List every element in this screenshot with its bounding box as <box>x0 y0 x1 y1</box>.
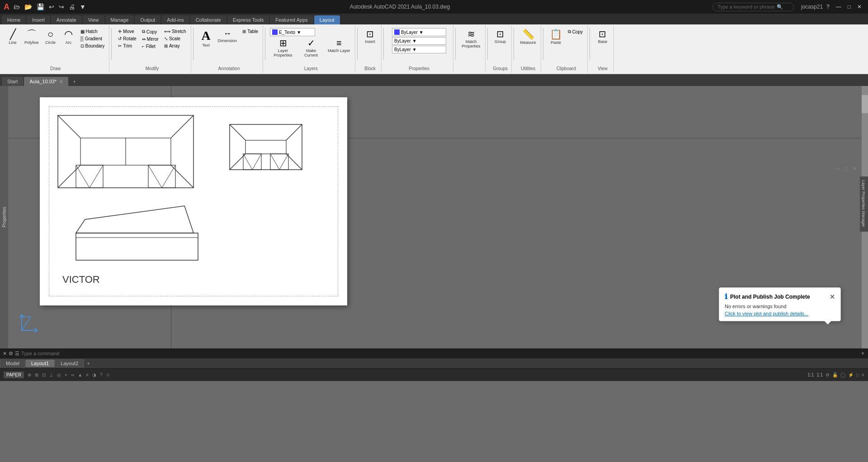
dimension-button[interactable]: ↔ Dimension <box>216 28 239 44</box>
subwin-maximize[interactable]: □ <box>843 165 850 172</box>
tab-insert[interactable]: Insert <box>27 15 50 24</box>
doc-tab-start[interactable]: Start <box>2 77 23 86</box>
subwin-minimize[interactable]: — <box>833 165 842 172</box>
array-button[interactable]: ⊞ Array <box>162 43 188 49</box>
tab-annotate[interactable]: Annotate <box>51 15 82 24</box>
group-button[interactable]: ⊡ Group <box>492 28 509 45</box>
move-button[interactable]: ✛ Move <box>116 28 138 35</box>
tab-view[interactable]: View <box>83 15 104 24</box>
gradient-button[interactable]: ▒ Gradient <box>79 35 107 42</box>
help-icon[interactable]: ? <box>826 4 830 10</box>
rotate-button[interactable]: ↺ Rotate <box>116 35 138 42</box>
qat-dropdown[interactable]: ▼ <box>78 3 87 10</box>
mirror-button[interactable]: ⇔ Mirror <box>140 36 160 43</box>
layer-properties-manager-tab[interactable]: Layer Properties Manager <box>860 176 868 232</box>
close-btn[interactable]: ✕ <box>854 3 864 11</box>
viewport-scale[interactable]: 1:1 <box>816 372 823 377</box>
text-button[interactable]: A Text <box>198 28 214 49</box>
fillet-button[interactable]: ⌐ Fillet <box>140 43 160 50</box>
base-button[interactable]: ⊡ Base <box>594 28 611 45</box>
search-bar[interactable]: Type a keyword or phrase 🔍 <box>712 3 794 11</box>
stretch-button[interactable]: ⟺ Stretch <box>162 28 188 35</box>
dynamic-toggle[interactable]: ▲ <box>78 372 82 377</box>
line-button[interactable]: ╱ Line <box>5 28 21 46</box>
minimize-btn[interactable]: — <box>833 3 844 11</box>
isolate-objects[interactable]: ◯ <box>840 372 845 377</box>
plot-btn[interactable]: 🖨 <box>67 3 76 10</box>
tab-featuredapps[interactable]: Featured Apps <box>270 15 313 24</box>
hatch-button[interactable]: ▦ Hatch <box>79 28 107 35</box>
polyline-button[interactable]: ⌒ Polyline <box>23 28 41 46</box>
tab-addins[interactable]: Add-ins <box>161 15 189 24</box>
anno-scale[interactable]: 1:1 <box>807 372 814 377</box>
new-layout-button[interactable]: + <box>84 360 92 367</box>
make-current-button[interactable]: ✓ Make Current <box>298 37 324 59</box>
svg-line-21 <box>243 154 252 170</box>
user-info[interactable]: jocasp21 <box>801 4 823 10</box>
lineweight-dropdown[interactable]: ByLayer ▼ <box>392 46 446 53</box>
scale-button[interactable]: ⤡ Scale <box>162 35 188 42</box>
match-layer-button[interactable]: ≡ Match Layer <box>326 37 352 59</box>
doc-tab-aula[interactable]: Aula_10.03* ✕ <box>24 77 68 86</box>
circle-button[interactable]: ○ Circle <box>42 28 59 46</box>
maximize-btn[interactable]: □ <box>845 3 854 11</box>
clean-screen[interactable]: □ <box>856 372 859 377</box>
tab-collaborate[interactable]: Collaborate <box>190 15 226 24</box>
tab-layout[interactable]: Layout <box>314 15 340 24</box>
cmdline-close-icon[interactable]: ✕ <box>3 351 7 357</box>
clipboard-copy-button[interactable]: ⧉ Copy <box>566 28 585 35</box>
layout-tab-model[interactable]: Model <box>0 359 25 367</box>
customize-btn[interactable]: ≡ <box>862 372 864 377</box>
tab-output[interactable]: Output <box>135 15 160 24</box>
tab-manage[interactable]: Manage <box>105 15 134 24</box>
layer-properties-button[interactable]: ⊞ Layer Properties <box>270 37 296 59</box>
cmdline-scroll-icon[interactable]: ▼ <box>860 351 865 356</box>
model-toggle[interactable]: ⊕ <box>28 372 31 377</box>
copy-button[interactable]: ⧉ Copy <box>140 28 160 35</box>
polar-toggle[interactable]: ◎ <box>57 372 61 377</box>
redo-btn[interactable]: ↪ <box>57 3 66 10</box>
left-properties-panel[interactable]: Properties <box>0 86 8 348</box>
command-input[interactable] <box>21 351 859 356</box>
lineweight-toggle[interactable]: ≡ <box>86 372 89 377</box>
cmdline-expand-icon[interactable]: ☰ <box>15 351 19 357</box>
measure-button[interactable]: 📏 Measure <box>519 28 538 46</box>
tab-expresstools[interactable]: Express Tools <box>227 15 269 24</box>
save-btn[interactable]: 💾 <box>35 3 46 10</box>
canvas-area[interactable]: VICTOR — □ ✕ <box>8 86 868 348</box>
layout-tab-layout1[interactable]: Layout1 <box>25 359 55 367</box>
qp-toggle[interactable]: ? <box>100 372 103 377</box>
transparency-toggle[interactable]: ◑ <box>92 372 96 377</box>
boundary-button[interactable]: ⊡ Boundary <box>79 43 107 49</box>
cmdline-settings-icon[interactable]: ⚙ <box>9 351 13 357</box>
workspace-switcher[interactable]: ⚙ <box>826 372 830 377</box>
new-tab-button[interactable]: + <box>69 77 79 86</box>
match-properties-button[interactable]: ≋ MatchProperties <box>460 28 482 50</box>
linetype-dropdown[interactable]: ByLayer ▼ <box>392 37 446 45</box>
tab-home[interactable]: Home <box>2 15 26 24</box>
layout-tab-layout2[interactable]: Layout2 <box>55 359 84 367</box>
paste-button[interactable]: 📋 Paste <box>548 28 564 46</box>
insert-button[interactable]: ⊡ Insert <box>362 28 378 45</box>
layer-dropdown[interactable]: E_Texto ▼ <box>270 28 315 36</box>
undo-btn[interactable]: ↩ <box>47 3 56 10</box>
osnap-toggle[interactable]: ⌖ <box>65 372 67 378</box>
notif-link[interactable]: Click to view plot and publish details..… <box>725 311 835 316</box>
new-btn[interactable]: 🗁 <box>12 3 21 10</box>
snap-toggle[interactable]: ⊡ <box>42 372 46 377</box>
grid-toggle[interactable]: ⊞ <box>35 372 38 377</box>
color-dropdown[interactable]: ByLayer ▼ <box>392 28 446 36</box>
ui-lock[interactable]: 🔓 <box>832 372 838 377</box>
sel-cycling-toggle[interactable]: ⊂ <box>106 372 110 377</box>
notif-close-btn[interactable]: ✕ <box>830 293 835 300</box>
aula-tab-close[interactable]: ✕ <box>59 79 63 84</box>
trim-button[interactable]: ✂ Trim <box>116 43 138 49</box>
hardware-accel[interactable]: ⚡ <box>848 372 854 377</box>
scrollbar-thumb[interactable] <box>862 95 868 113</box>
arc-button[interactable]: ◠ Arc <box>61 28 77 46</box>
open-btn[interactable]: 📂 <box>23 3 33 10</box>
otrack-toggle[interactable]: ∞ <box>71 372 74 377</box>
table-button[interactable]: ⊞ Table <box>241 28 260 35</box>
ortho-toggle[interactable]: ⊥ <box>49 372 53 377</box>
subwin-close[interactable]: ✕ <box>851 165 859 172</box>
